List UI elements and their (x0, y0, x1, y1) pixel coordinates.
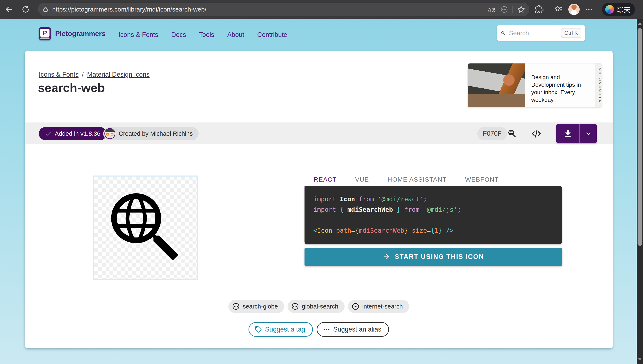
tag-label: global-search (302, 303, 338, 310)
carbon-ad[interactable]: Design and Development tips in your inbo… (468, 64, 602, 107)
copilot-icon (605, 5, 614, 14)
author-badge[interactable]: Created by Michael Richins (103, 127, 198, 140)
copilot-chat-button[interactable]: 聊天 (602, 3, 635, 16)
page-actions-icon[interactable] (500, 6, 508, 14)
tab-webfont[interactable]: WEBFONT (456, 171, 508, 188)
added-version-badge: Added in v1.8.36 (39, 127, 107, 140)
browser-chrome: https://pictogrammers.com/library/mdi/ic… (0, 0, 643, 19)
browser-profile-avatar[interactable] (568, 4, 580, 15)
tab-vue[interactable]: VUE (346, 171, 378, 188)
suggest-alias-button[interactable]: Suggest an alias (317, 322, 389, 337)
check-icon (45, 130, 51, 137)
tag-pill-internet-search[interactable]: internet-search (348, 300, 409, 313)
start-using-icon-button[interactable]: START USING THIS ICON (305, 248, 562, 266)
breadcrumb-separator: / (82, 71, 84, 78)
favorite-star-icon[interactable] (517, 5, 525, 14)
search-input[interactable] (509, 30, 558, 37)
copilot-label: 聊天 (617, 4, 630, 14)
content-card: Icons & Fonts/Material Design Icons sear… (25, 51, 613, 348)
download-options-button[interactable] (580, 124, 597, 143)
divider (549, 6, 549, 13)
scrollbar-up-arrow[interactable] (638, 22, 642, 25)
page-viewport: P Pictogrammers Icons & FontsDocsToolsAb… (0, 19, 643, 364)
nav-item-docs[interactable]: Docs (171, 31, 186, 38)
ad-attribution: ADS VIA CARBON (595, 64, 602, 107)
tab-home-assistant[interactable]: HOME ASSISTANT (378, 171, 456, 188)
page-scrollbar (637, 19, 643, 364)
download-split-button (556, 124, 597, 143)
tab-react[interactable]: REACT (305, 171, 346, 188)
tags-row: search-globeglobal-searchinternet-search (25, 300, 613, 313)
browser-back-button[interactable] (3, 4, 15, 15)
ad-image (468, 64, 525, 107)
scrollbar-thumb[interactable] (637, 28, 642, 246)
code-line: import Icon from '@mdi/react'; (313, 194, 553, 204)
favorites-bar-icon[interactable] (554, 5, 563, 14)
icon-meta-strip: Added in v1.8.36 Created by Michael Rich… (25, 122, 613, 144)
suggest-row: Suggest a tag Suggest an alias (25, 322, 613, 337)
page-title: search-web (38, 81, 105, 95)
circle-ellipsis-icon (352, 303, 359, 310)
main-nav: Icons & FontsDocsToolsAboutContribute (118, 31, 287, 38)
breadcrumb-link-material-design-icons[interactable]: Material Design Icons (87, 71, 149, 78)
code-tabs: REACTVUEHOME ASSISTANTWEBFONT (305, 171, 508, 188)
tag-label: internet-search (362, 303, 403, 310)
icon-preview-canvas (93, 176, 198, 280)
nav-item-contribute[interactable]: Contribute (257, 31, 287, 38)
circle-ellipsis-icon (232, 303, 240, 310)
search-shortcut-chip: Ctrl K (561, 28, 581, 38)
address-bar[interactable]: https://pictogrammers.com/library/mdi/ic… (38, 3, 529, 16)
reload-icon (21, 5, 30, 14)
download-icon (563, 129, 572, 138)
tag-icon (255, 326, 262, 333)
scrollbar-down-arrow[interactable] (638, 358, 642, 361)
lock-icon (42, 6, 49, 13)
url-text: https://pictogrammers.com/library/mdi/ic… (52, 6, 485, 13)
chevron-down-icon (584, 130, 592, 138)
circle-ellipsis-icon (291, 303, 299, 310)
author-avatar (104, 128, 115, 139)
code-line: <Icon path={mdiSearchWeb} size={1} /> (313, 225, 553, 236)
code-line (313, 215, 553, 225)
code-snippet: import Icon from '@mdi/react';import { m… (305, 186, 562, 244)
nav-item-tools[interactable]: Tools (199, 31, 214, 38)
breadcrumb-link-icons-fonts[interactable]: Icons & Fonts (39, 71, 79, 78)
back-icon (4, 5, 14, 14)
view-code-button[interactable] (531, 128, 542, 139)
nav-item-icons-fonts[interactable]: Icons & Fonts (118, 31, 158, 38)
tag-pill-global-search[interactable]: global-search (288, 300, 345, 313)
tag-label: search-globe (243, 303, 278, 310)
divider (512, 6, 513, 13)
codepoint-chip[interactable]: F070F (477, 127, 507, 140)
nav-item-about[interactable]: About (227, 31, 244, 38)
code-line: import { mdiSearchWeb } from '@mdi/js'; (313, 204, 553, 215)
brand-logo[interactable]: P Pictogrammers (39, 27, 105, 40)
code-tags-icon (531, 128, 541, 139)
download-button[interactable] (556, 124, 579, 143)
pictogrammers-logo-icon: P (39, 27, 51, 40)
extensions-puzzle-icon[interactable] (535, 5, 544, 14)
search-icon (501, 29, 506, 37)
dots-horizontal-icon (323, 326, 330, 333)
translate-icon[interactable]: aあ (488, 6, 496, 13)
arrow-right-icon (382, 253, 390, 261)
brand-name: Pictogrammers (55, 30, 105, 38)
preview-icon-button[interactable] (507, 128, 518, 139)
browser-menu-icon[interactable] (585, 5, 593, 14)
tag-pill-search-globe[interactable]: search-globe (228, 300, 284, 313)
search-web-mini-icon (507, 128, 517, 139)
browser-reload-button[interactable] (20, 4, 32, 15)
search-web-icon-preview (100, 182, 192, 274)
suggest-tag-button[interactable]: Suggest a tag (249, 322, 313, 337)
breadcrumb: Icons & Fonts/Material Design Icons (39, 71, 149, 78)
ad-text: Design and Development tips in your inbo… (525, 64, 595, 107)
site-search-box[interactable]: Ctrl K (497, 25, 585, 41)
